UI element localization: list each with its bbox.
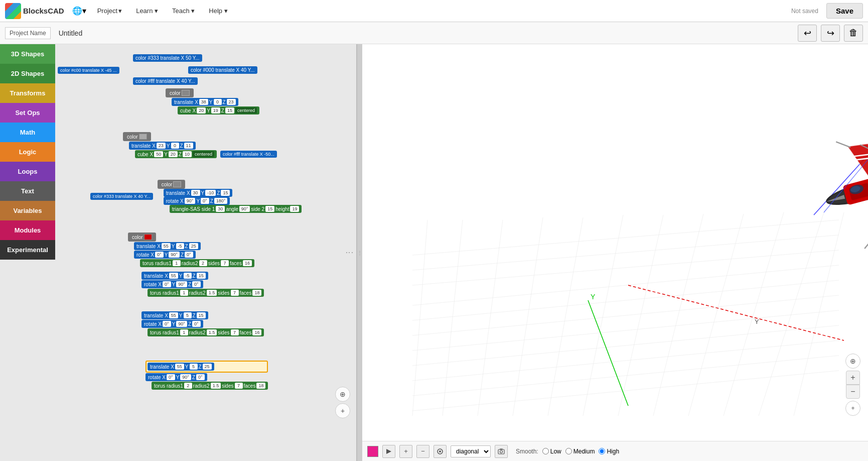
sidebar-item-modules[interactable]: Modules [0,220,55,240]
svg-rect-70 [500,448,503,449]
3d-viewport[interactable]: Y ✕ Y [362,44,868,461]
reset-icon-btn[interactable] [433,445,447,458]
sidebar-item-text[interactable]: Text [0,181,55,201]
block-color-333-2[interactable]: color #333 translate X 40 Y... [90,193,153,200]
zoom-in-button-canvas[interactable]: + [335,403,350,418]
sidebar-item-2d-shapes[interactable]: 2D Shapes [0,64,55,83]
trash-icon: 🗑 [849,28,858,38]
block-translate-3[interactable]: translate X 30 Y -10 Z 15 [164,189,233,197]
svg-text:Y: Y [591,293,596,301]
block-group-torus-3: translate X 55 Y 5 Z 15 rotate X 0° Y 90… [135,311,264,336]
redo-icon: ↪ [827,28,834,39]
block-torus4-rotate[interactable]: rotate X 0° Y 90° Z 0° [146,373,207,381]
nav-learn[interactable]: Learn ▾ [133,5,161,17]
block-color-3[interactable]: color [158,180,186,189]
sidebar-item-math[interactable]: Math [0,123,55,142]
block-torus2-rotate[interactable]: rotate X 0° Y 90° Z 0° [141,280,203,288]
block-torus3[interactable]: torus radius1 1 radius2 1.5 sides 7 face… [148,328,264,336]
smooth-low[interactable]: Low [542,448,561,455]
redo-button[interactable]: ↪ [821,25,840,42]
minus-icon-btn[interactable]: − [416,445,429,458]
block-color-1[interactable]: color [166,88,194,97]
zoom-fit-button[interactable]: + [845,401,860,416]
block-translate-1[interactable]: translate X 38 Y 0 Z 23 [172,98,238,106]
nav-project[interactable]: Project▾ [94,5,125,17]
sidebar-item-loops[interactable]: Loops [0,162,55,181]
block-color-translate-1[interactable]: color #333 translate X 50 Y... [133,54,202,62]
block-group-triangle: color #333 translate X 40 Y... color tra… [90,180,302,213]
sidebar-item-logic[interactable]: Logic [0,142,55,162]
block-rotate-3[interactable]: rotate X 90° Y 0° Z 180° [164,197,230,205]
block-torus1-translate[interactable]: translate X 55 Y -5 Z 25 [134,242,201,250]
plus-icon-btn[interactable]: + [399,445,412,458]
globe-icon[interactable]: 🌐▾ [72,6,86,16]
block-torus3-translate[interactable]: translate X 55 Y 5 Z 15 [141,311,208,319]
sidebar-item-set-ops[interactable]: Set Ops [0,103,55,123]
block-torus1[interactable]: torus radius1 1 radius2 2 sides 7 faces … [140,259,254,267]
nav-help[interactable]: Help ▾ [206,5,230,17]
save-button[interactable]: Save [826,3,863,19]
svg-point-69 [500,450,503,453]
block-torus3-rotate[interactable]: rotate X 0° Y 90° Z 0° [141,320,203,328]
smooth-high[interactable]: High [599,448,619,455]
logo: BlocksCAD [5,3,64,19]
block-group-color-fff: color #fff translate X 40 Y... [133,77,198,85]
block-group-torus-1: color translate X 55 Y -5 Z 25 rotate X … [128,233,254,267]
block-group-cube-1: color translate X 38 Y 0 Z 23 cube X 20 … [166,88,259,114]
undo-button[interactable]: ↩ [798,25,817,42]
block-cube-2[interactable]: cube X 50 Y 20 Z 10 centered [135,150,217,158]
block-triangle-sas[interactable]: triangle-SAS side 1 30 angle 90° side 2 … [170,205,302,213]
render-icon [385,448,392,455]
block-translate-2[interactable]: translate X 23 Y 0 Z 11 [129,142,196,150]
camera-icon-btn[interactable] [495,445,508,458]
block-torus4[interactable]: torus radius1 2 radius2 1.5 sides 7 face… [152,382,268,390]
block-group-torus-2: translate X 55 Y -5 Z 15 rotate X 0° Y 9… [135,272,264,297]
block-color-red-1[interactable]: color [128,233,156,242]
sidebar-item-3d-shapes[interactable]: 3D Shapes [0,44,55,64]
smooth-options: Low Medium High [542,448,619,455]
nav-teach[interactable]: Teach ▾ [169,5,198,17]
main-area: 3D Shapes 2D Shapes Transforms Set Ops M… [0,44,868,461]
block-group-color-000: color #000 translate X 40 Y... [188,66,257,74]
block-torus4-translate[interactable]: translate X 55 Y 5 Z 25 [148,363,214,371]
secondary-toolbar: Project Name Untitled ↩ ↪ 🗑 [0,22,868,44]
camera-icon [498,448,505,455]
viewport-controls: ⊕ + − + [845,354,860,416]
block-group-color-c00: color #c00 translate X -45 ... [58,67,119,74]
project-name-label: Project Name [5,27,51,39]
center-view-button[interactable]: ⊕ [845,354,860,369]
block-color-c00[interactable]: color #c00 translate X -45 ... [58,67,119,74]
block-torus2-translate[interactable]: translate X 55 Y -5 Z 15 [141,272,208,280]
sidebar-item-variables[interactable]: Variables [0,201,55,220]
block-color-fff[interactable]: color #fff translate X 40 Y... [133,77,198,85]
zoom-out-button[interactable]: − [846,385,860,399]
smooth-medium[interactable]: Medium [565,448,595,455]
zoom-in-button[interactable]: + [846,371,860,385]
logo-text: BlocksCAD [23,7,64,15]
project-title[interactable]: Untitled [55,27,155,39]
svg-rect-68 [498,449,504,454]
svg-text:Y: Y [755,318,759,325]
block-group-1: color #333 translate X 50 Y... [133,54,202,62]
block-canvas[interactable]: color #333 translate X 50 Y... color #c0… [55,44,357,461]
block-cube-1[interactable]: cube X 20 Y 19 Z 15 centered [178,106,259,114]
center-view-button[interactable]: ⊕ [335,387,350,402]
block-group-cube-2: color translate X 23 Y 0 Z 11 cube X 50 … [123,132,277,158]
sidebar-item-experimental[interactable]: Experimental [0,240,55,260]
block-torus1-rotate[interactable]: rotate X 0° Y 90° Z 0° [134,251,196,259]
block-color-000[interactable]: color #000 translate X 40 Y... [188,66,257,74]
color-swatch[interactable] [367,446,378,457]
block-torus2[interactable]: torus radius1 1 radius2 1.5 sides 7 face… [148,289,264,297]
reset-icon [437,448,444,455]
smooth-label: Smooth: [516,448,538,455]
block-color-2[interactable]: color [123,132,151,141]
undo-icon: ↩ [804,28,811,39]
render-icon-btn[interactable] [382,445,395,458]
delete-button[interactable]: 🗑 [844,25,863,42]
viewport-bottom-bar: + − diagonal top front side [362,441,868,461]
block-group-torus-4: translate X 55 Y 5 Z 25 rotate X 0° Y 90… [139,361,268,390]
resize-handle[interactable]: ⋮ [357,44,362,461]
block-color-fff-2[interactable]: color #fff translate X -50... [220,151,277,158]
view-dropdown[interactable]: diagonal top front side [451,445,491,457]
sidebar-item-transforms[interactable]: Transforms [0,83,55,103]
